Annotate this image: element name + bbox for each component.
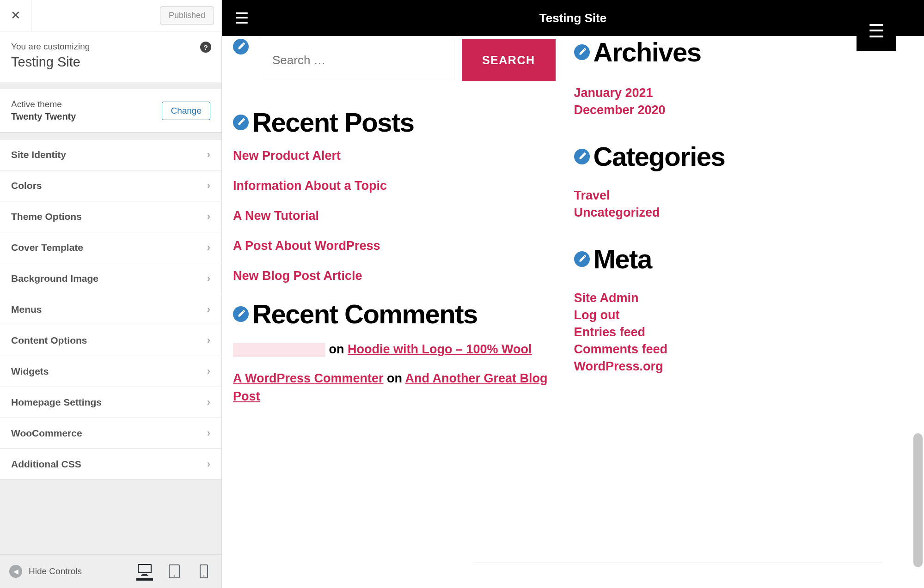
list-item: January 2021 [574, 86, 897, 100]
customizer-sidebar: ✕ Published You are customizing Testing … [0, 0, 222, 588]
link[interactable]: Travel [574, 188, 610, 202]
customizer-panel-item[interactable]: Content Options› [0, 325, 221, 356]
link[interactable]: Information About a Topic [233, 179, 387, 193]
link[interactable]: New Product Alert [233, 149, 341, 163]
panel-item-label: Background Image [11, 273, 98, 284]
link[interactable]: January 2021 [574, 86, 653, 100]
hamburger-icon: ☰ [868, 20, 885, 42]
tablet-icon [169, 564, 180, 578]
sidebar-footer: ◀ Hide Controls [0, 554, 221, 588]
chevron-right-icon: › [207, 303, 210, 315]
comment-item: A WordPress Commenter on And Another Gre… [233, 370, 556, 406]
change-theme-button[interactable]: Change [162, 102, 210, 120]
edit-widget-button[interactable] [574, 251, 590, 267]
link[interactable]: Uncategorized [574, 206, 660, 219]
customizer-panel-item[interactable]: Colors› [0, 170, 221, 201]
active-theme-name: Twenty Twenty [11, 111, 76, 122]
archives-widget: Archives January 2021December 2020 [574, 39, 897, 117]
search-input[interactable] [260, 39, 454, 81]
panel-item-label: Homepage Settings [11, 397, 102, 408]
customizer-panel-item[interactable]: WooCommerce› [0, 418, 221, 449]
edit-widget-button[interactable] [574, 149, 590, 164]
link[interactable]: New Blog Post Article [233, 269, 362, 283]
pencil-icon [237, 118, 245, 127]
hide-controls-label[interactable]: Hide Controls [29, 566, 82, 576]
chevron-right-icon: › [207, 273, 210, 285]
desktop-preview-button[interactable] [136, 562, 153, 581]
pencil-icon [578, 48, 586, 56]
edit-widget-button[interactable] [233, 306, 249, 322]
collapse-sidebar-button[interactable]: ◀ [9, 565, 22, 578]
menu-toggle-right[interactable]: ☰ [857, 11, 896, 51]
svg-point-4 [174, 576, 175, 577]
edit-widget-button[interactable] [233, 115, 249, 130]
tablet-preview-button[interactable] [166, 562, 183, 581]
chevron-right-icon: › [207, 427, 210, 439]
panel-item-label: Cover Template [11, 242, 83, 253]
link[interactable]: Entries feed [574, 325, 646, 339]
link[interactable]: A New Tutorial [233, 209, 319, 223]
hamburger-icon: ☰ [235, 9, 249, 27]
mobile-preview-button[interactable] [196, 562, 212, 581]
sidebar-top-bar: ✕ Published [0, 0, 221, 31]
panel-item-label: Menus [11, 304, 42, 315]
list-item: Information About a Topic [233, 179, 556, 193]
link[interactable]: December 2020 [574, 103, 666, 117]
edit-widget-button[interactable] [233, 39, 249, 55]
list-item: A Post About WordPress [233, 239, 556, 253]
pencil-icon [237, 310, 245, 318]
list-item: December 2020 [574, 103, 897, 117]
customizer-panel-item[interactable]: Homepage Settings› [0, 387, 221, 418]
customizer-panel-item[interactable]: Theme Options› [0, 201, 221, 232]
list-item: Comments feed [574, 342, 897, 357]
svg-point-6 [203, 576, 205, 577]
help-icon[interactable]: ? [200, 42, 211, 53]
close-customizer-button[interactable]: ✕ [0, 0, 31, 31]
svg-rect-0 [138, 564, 151, 573]
search-widget: SEARCH [233, 39, 556, 81]
svg-rect-2 [141, 575, 148, 576]
menu-toggle-left[interactable]: ☰ [235, 9, 249, 27]
preview-site-title[interactable]: Testing Site [539, 11, 606, 25]
preview-header: ☰ Testing Site [222, 0, 924, 36]
archives-list: January 2021December 2020 [574, 86, 897, 117]
pencil-icon [578, 152, 586, 161]
meta-title: Meta [594, 246, 652, 273]
comment-on-label: on [325, 342, 348, 356]
link[interactable]: Log out [574, 308, 620, 322]
list-item: Uncategorized [574, 206, 897, 220]
recent-comments-widget: Recent Comments on Hoodie with Logo – 10… [233, 301, 556, 406]
recent-posts-title: Recent Posts [252, 109, 414, 136]
preview-scrollbar[interactable] [913, 433, 923, 567]
footer-divider [475, 563, 882, 563]
customizing-heading-block: You are customizing Testing Site ? [0, 31, 221, 82]
active-theme-label: Active theme [11, 99, 76, 109]
customizing-label: You are customizing [11, 42, 210, 52]
search-button[interactable]: SEARCH [462, 39, 556, 81]
link[interactable]: WordPress.org [574, 359, 663, 373]
customizer-panel-item[interactable]: Menus› [0, 294, 221, 325]
customizer-panel-item[interactable]: Cover Template› [0, 232, 221, 263]
pencil-icon [578, 255, 586, 263]
panel-item-label: Colors [11, 180, 42, 191]
publish-status-button[interactable]: Published [160, 6, 214, 24]
customizer-panel-item[interactable]: Background Image› [0, 263, 221, 294]
customizing-site-name: Testing Site [11, 55, 210, 70]
recent-comments-list: on Hoodie with Logo – 100% WoolA WordPre… [233, 340, 556, 406]
customizer-panel-item[interactable]: Site Identity› [0, 139, 221, 170]
comment-target-link[interactable]: Hoodie with Logo – 100% Wool [348, 342, 532, 356]
list-item: WordPress.org [574, 359, 897, 374]
customizer-panel-item[interactable]: Widgets› [0, 356, 221, 387]
chevron-right-icon: › [207, 396, 210, 408]
comment-on-label: on [384, 371, 405, 385]
customizer-panel-item[interactable]: Additional CSS› [0, 449, 221, 480]
link[interactable]: Site Admin [574, 291, 639, 305]
link[interactable]: Comments feed [574, 342, 668, 356]
desktop-icon [138, 564, 152, 576]
device-preview-group [136, 562, 212, 581]
chevron-right-icon: › [207, 180, 210, 192]
comment-author-link[interactable]: A WordPress Commenter [233, 371, 384, 385]
edit-widget-button[interactable] [574, 44, 590, 60]
chevron-right-icon: › [207, 458, 210, 470]
link[interactable]: A Post About WordPress [233, 239, 380, 253]
